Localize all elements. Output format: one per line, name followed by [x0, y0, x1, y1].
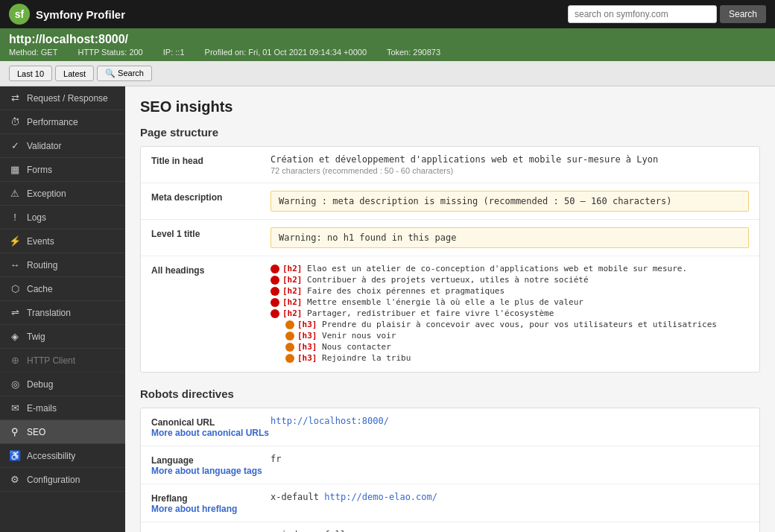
toolbar: Last 10 Latest 🔍 Search [0, 61, 775, 86]
routing-icon: ↔ [9, 259, 21, 270]
search-area: Search [568, 5, 766, 23]
language-label: Language More about language tags [151, 454, 271, 476]
heading-text: [h3] Nous contacter [297, 342, 391, 352]
events-icon: ⚡ [9, 235, 21, 247]
exception-icon: ⚠ [9, 188, 21, 199]
sidebar-item-request-response[interactable]: ⇄Request / Response [0, 86, 125, 110]
sidebar-item-label: Forms [27, 165, 52, 175]
sidebar: ⇄Request / Response⏱Performance✓Validato… [0, 86, 125, 532]
status-label: HTTP Status: 200 [78, 48, 152, 57]
sidebar-item-configuration[interactable]: ⚙Configuration [0, 468, 125, 492]
error-dot [271, 276, 279, 285]
error-dot [285, 354, 294, 363]
all-headings-row: All headings [h2] Elao est un atelier de… [141, 256, 759, 372]
title-in-head-label: Title in head [151, 154, 271, 166]
error-dot [271, 309, 279, 318]
robots-directives-card: Canonical URL More about canonical URLs … [140, 408, 760, 532]
method-label: Method: GET [9, 48, 66, 57]
heading-item: [h3] Rejoindre la tribu [271, 353, 749, 363]
canonical-url-more-link[interactable]: More about canonical URLs [151, 428, 269, 438]
sidebar-item-logs[interactable]: !Logs [0, 206, 125, 229]
sidebar-item-twig[interactable]: ◈Twig [0, 325, 125, 349]
twig-icon: ◈ [9, 331, 21, 342]
ip-label: IP: ::1 [163, 48, 194, 57]
sidebar-item-label: Exception [27, 189, 66, 199]
heading-item: [h2] Elao est un atelier de co-conceptio… [271, 264, 749, 273]
meta-description-warning: Warning : meta description is missing (r… [271, 191, 749, 212]
level1-title-label: Level 1 title [151, 227, 271, 239]
hreflang-link[interactable]: http://demo-elao.com/ [324, 492, 437, 502]
canonical-url-link[interactable]: http://localhost:8000/ [271, 416, 389, 426]
hreflang-label: Hreflang More about hreflang [151, 492, 271, 514]
last10-button[interactable]: Last 10 [9, 66, 52, 81]
error-dot [271, 287, 279, 296]
sidebar-item-label: Translation [27, 308, 71, 318]
sidebar-item-label: Twig [27, 332, 45, 342]
headings-list: [h2] Elao est un atelier de co-conceptio… [271, 264, 749, 363]
sidebar-item-label: Performance [27, 117, 78, 127]
sidebar-item-forms[interactable]: ▦Forms [0, 158, 125, 182]
sidebar-item-cache[interactable]: ⬡Cache [0, 277, 125, 301]
meta-description-row: Meta description Warning : meta descript… [141, 183, 759, 220]
url-display: http://localhost:8000/ [9, 33, 766, 46]
level1-title-value: Warning: no h1 found in this page [271, 227, 749, 248]
heading-item: [h2] Mettre ensemble l'énergie là où ell… [271, 297, 749, 307]
sidebar-item-seo[interactable]: ⚲SEO [0, 420, 125, 444]
search-input[interactable] [568, 5, 717, 23]
heading-text: [h3] Prendre du plaisir à concevoir avec… [297, 320, 717, 329]
request-response-icon: ⇄ [9, 92, 21, 104]
all-headings-value: [h2] Elao est un atelier de co-conceptio… [271, 264, 749, 364]
sidebar-item-debug[interactable]: ◎Debug [0, 373, 125, 396]
sidebar-item-label: Request / Response [27, 93, 108, 104]
translation-icon: ⇌ [9, 307, 21, 318]
error-dot [271, 265, 279, 273]
sidebar-item-label: Debug [27, 379, 53, 390]
sidebar-item-exception[interactable]: ⚠Exception [0, 182, 125, 206]
heading-text: [h2] Elao est un atelier de co-conceptio… [282, 264, 687, 273]
profiled-on-label: Profiled on: Fri, 01 Oct 2021 09:14:34 +… [205, 48, 376, 57]
canonical-url-value: http://localhost:8000/ [271, 416, 749, 426]
sidebar-item-label: Cache [27, 284, 53, 294]
all-headings-label: All headings [151, 264, 271, 276]
accessibility-icon: ♿ [9, 450, 21, 461]
language-more-link[interactable]: More about language tags [151, 466, 262, 476]
emails-icon: ✉ [9, 402, 21, 414]
sidebar-item-label: Configuration [27, 475, 80, 485]
heading-text: [h3] Venir nous voir [297, 331, 396, 341]
hreflang-more-link[interactable]: More about hreflang [151, 504, 237, 514]
sidebar-item-accessibility[interactable]: ♿Accessibility [0, 444, 125, 468]
sidebar-item-label: E-mails [27, 403, 57, 414]
sidebar-item-events[interactable]: ⚡Events [0, 229, 125, 253]
logs-icon: ! [9, 212, 21, 223]
meta-description-value: Warning : meta description is missing (r… [271, 191, 749, 212]
app-name: Symfony Profiler [36, 8, 125, 21]
title-in-head-value: Création et développement d'applications… [271, 154, 749, 175]
hreflang-row: Hreflang More about hreflang x-default h… [141, 484, 759, 522]
sidebar-item-routing[interactable]: ↔Routing [0, 253, 125, 277]
meta-description-label: Meta description [151, 191, 271, 203]
http-client-icon: ⊕ [9, 355, 21, 366]
sidebar-item-label: Accessibility [27, 451, 75, 461]
latest-button[interactable]: Latest [55, 66, 94, 81]
heading-text: [h2] Mettre ensemble l'énergie là où ell… [282, 297, 583, 307]
search-button[interactable]: Search [720, 5, 766, 23]
seo-icon: ⚲ [9, 426, 21, 437]
language-value: fr [271, 454, 749, 464]
canonical-url-label: Canonical URL More about canonical URLs [151, 416, 271, 438]
configuration-icon: ⚙ [9, 474, 21, 485]
sidebar-item-translation[interactable]: ⇌Translation [0, 301, 125, 325]
url-meta: Method: GET HTTP Status: 200 IP: ::1 Pro… [9, 48, 766, 57]
search-toolbar-button[interactable]: 🔍 Search [97, 66, 152, 81]
heading-text: [h3] Rejoindre la tribu [297, 353, 411, 363]
sidebar-item-validator[interactable]: ✓Validator [0, 134, 125, 158]
validator-icon: ✓ [9, 140, 21, 151]
sidebar-item-emails[interactable]: ✉E-mails [0, 396, 125, 420]
debug-icon: ◎ [9, 379, 21, 390]
sidebar-item-performance[interactable]: ⏱Performance [0, 110, 125, 134]
content-area: SEO insights Page structure Title in hea… [125, 86, 775, 532]
heading-item: [h3] Nous contacter [271, 342, 749, 352]
sidebar-item-label: HTTP Client [27, 355, 75, 366]
error-dot [285, 320, 294, 329]
sidebar-item-label: Events [27, 236, 54, 247]
level1-title-warning: Warning: no h1 found in this page [271, 227, 749, 248]
